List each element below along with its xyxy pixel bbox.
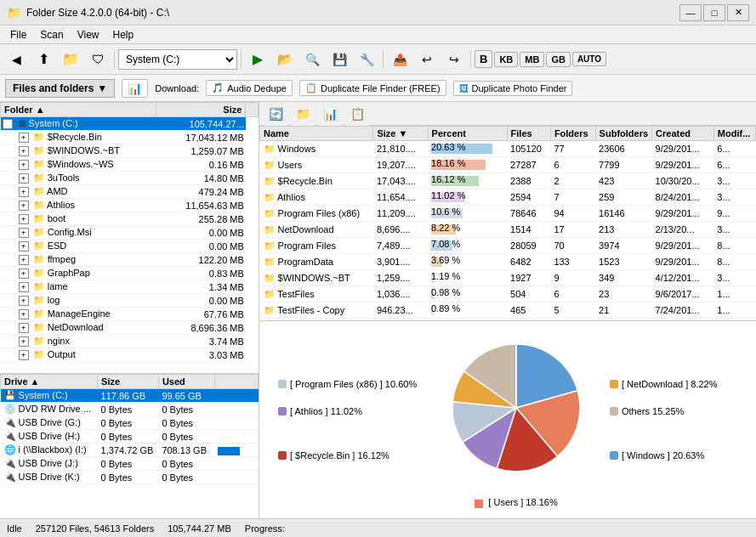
toolbar-folder[interactable]: 📁 bbox=[58, 48, 83, 71]
tree-item-row[interactable]: + 📁 boot 255.28 MB bbox=[1, 212, 259, 226]
toolbar-redo[interactable]: ↪ bbox=[441, 48, 467, 71]
tree-root-row[interactable]: - 🖥 System (C:) 105,744.27... bbox=[1, 117, 259, 131]
file-item-row[interactable]: 📁 NetDownload 8,696.... 8.22 % 1514 17 2… bbox=[260, 222, 756, 238]
duplicate-file-button[interactable]: 📋 Duplicate File Finder (FREE) bbox=[299, 80, 446, 96]
audio-dedupe-button[interactable]: 🎵 Audio Dedupe bbox=[206, 80, 293, 96]
close-button[interactable]: ✕ bbox=[727, 4, 749, 21]
col-files[interactable]: Files bbox=[507, 127, 550, 141]
nav-icon3[interactable]: 📊 bbox=[317, 102, 343, 126]
expand-btn[interactable]: + bbox=[19, 228, 29, 238]
tree-item-row[interactable]: + 📁 $WINDOWS.~BT 1,259.07 MB bbox=[1, 144, 259, 158]
expand-btn[interactable]: + bbox=[19, 214, 29, 224]
file-item-row[interactable]: 📁 ProgramData 3,901.... 3.69 % 6482 133 … bbox=[260, 254, 756, 270]
col-drive-used[interactable]: Used bbox=[158, 375, 214, 389]
tree-item-row[interactable]: + 📁 ESD 0.00 MB bbox=[1, 240, 259, 253]
toolbar-scan[interactable]: 🔍 bbox=[299, 48, 325, 71]
maximize-button[interactable]: □ bbox=[703, 4, 725, 21]
drive-list[interactable]: Drive ▲ Size Used 💾 System (C:) 117.86 G… bbox=[0, 374, 259, 518]
tree-item-row[interactable]: + 📁 ffmpeg 122.20 MB bbox=[1, 253, 259, 267]
expand-btn[interactable]: + bbox=[19, 187, 29, 197]
expand-btn[interactable]: + bbox=[19, 146, 29, 156]
toolbar-undo[interactable]: ↩ bbox=[414, 48, 440, 71]
col-modified[interactable]: Modif... bbox=[713, 127, 755, 141]
toolbar-disk[interactable]: 💾 bbox=[327, 48, 352, 71]
expand-btn[interactable]: + bbox=[19, 323, 29, 333]
col-created[interactable]: Created bbox=[652, 127, 714, 141]
col-size[interactable]: Size bbox=[156, 103, 246, 117]
expand-btn[interactable]: + bbox=[19, 282, 29, 292]
size-auto-button[interactable]: AUTO bbox=[572, 52, 606, 66]
size-gb-button[interactable]: GB bbox=[546, 52, 571, 67]
files-folders-button[interactable]: Files and folders ▼ bbox=[5, 79, 115, 98]
tree-item-row[interactable]: + 📁 lame 1.34 MB bbox=[1, 280, 259, 294]
tree-item-row[interactable]: + 📁 GraphPap 0.83 MB bbox=[1, 267, 259, 280]
file-item-row[interactable]: 📁 $WINDOWS.~BT 1,259.... 1.19 % 1927 9 3… bbox=[260, 270, 756, 286]
drive-item-row[interactable]: 💿 DVD RW Drive ... 0 Bytes 0 Bytes bbox=[1, 403, 259, 416]
tree-item-row[interactable]: + 📁 $Recycle.Bin 17,043.12 MB bbox=[1, 131, 259, 144]
file-item-row[interactable]: 📁 TestFiles - Copy 946.23... 0.89 % 465 … bbox=[260, 302, 756, 319]
expand-btn[interactable]: + bbox=[19, 350, 29, 360]
menu-view[interactable]: View bbox=[71, 27, 106, 42]
duplicate-photo-button[interactable]: 🖼 Duplicate Photo Finder bbox=[453, 81, 573, 96]
nav-icon1[interactable]: 🔄 bbox=[263, 102, 288, 126]
toolbar-shield[interactable]: 🛡 bbox=[85, 48, 111, 71]
tree-item-row[interactable]: + 📁 NetDownload 8,696.36 MB bbox=[1, 321, 259, 335]
file-item-row[interactable]: 📁 Program Files 7,489.... 7.08 % 28059 7… bbox=[260, 238, 756, 254]
menu-help[interactable]: Help bbox=[106, 27, 141, 42]
toolbar-up[interactable]: ⬆ bbox=[31, 48, 56, 71]
expand-btn[interactable]: + bbox=[19, 201, 29, 211]
expand-btn[interactable]: + bbox=[19, 173, 29, 184]
toolbar-play[interactable]: ▶ bbox=[245, 48, 270, 71]
file-item-row[interactable]: 📁 Users 19,207.... 18.16 % 27287 6 7799 … bbox=[260, 157, 756, 173]
col-subfolders[interactable]: Subfolders bbox=[595, 127, 651, 141]
size-mb-button[interactable]: MB bbox=[520, 52, 544, 67]
drive-item-row[interactable]: 🌐 i (\\Blackbox) (I:) 1,374.72 GB 708.13… bbox=[1, 444, 259, 457]
minimize-button[interactable]: — bbox=[679, 4, 702, 21]
file-item-row[interactable]: 📁 Athlios 11,654.... 11.02 % 2594 7 259 … bbox=[260, 189, 756, 206]
tree-item-row[interactable]: + 📁 $Windows.~WS 0.16 MB bbox=[1, 158, 259, 172]
col-folders[interactable]: Folders bbox=[550, 127, 595, 141]
tree-item-row[interactable]: + 📁 Output 3.03 MB bbox=[1, 348, 259, 362]
drive-item-row[interactable]: 🔌 USB Drive (K:) 0 Bytes 0 Bytes bbox=[1, 471, 259, 484]
drive-item-row[interactable]: 🔌 USB Drive (J:) 0 Bytes 0 Bytes bbox=[1, 457, 259, 471]
size-kb-button[interactable]: KB bbox=[494, 52, 518, 67]
col-drive[interactable]: Drive ▲ bbox=[1, 375, 98, 389]
menu-file[interactable]: File bbox=[3, 27, 33, 42]
folder-tree[interactable]: Folder ▲ Size - 🖥 System (C:) 105,744.27… bbox=[0, 102, 259, 374]
drive-item-row[interactable]: 💾 System (C:) 117.86 GB 99.65 GB bbox=[1, 389, 259, 403]
nav-icon4[interactable]: 📋 bbox=[344, 102, 370, 126]
expand-btn[interactable]: + bbox=[19, 336, 29, 347]
col-percent[interactable]: Percent bbox=[428, 127, 507, 141]
file-item-row[interactable]: 📁 Windows 21,810.... 20.63 % 105120 77 2… bbox=[260, 141, 756, 157]
file-item-row[interactable]: 📁 $Recycle.Bin 17,043.... 16.12 % 2388 2… bbox=[260, 173, 756, 189]
expand-btn[interactable]: + bbox=[19, 255, 29, 265]
nav-icon2[interactable]: 📁 bbox=[290, 102, 315, 126]
expand-btn[interactable]: + bbox=[19, 160, 29, 170]
tree-item-row[interactable]: + 📁 AMD 479.24 MB bbox=[1, 185, 259, 199]
col-name[interactable]: Name bbox=[260, 127, 373, 141]
file-list[interactable]: Name Size ▼ Percent Files Folders Subfol… bbox=[259, 126, 756, 321]
col-folder[interactable]: Folder ▲ bbox=[1, 103, 156, 117]
menu-scan[interactable]: Scan bbox=[33, 27, 70, 42]
toolbar2-icon1[interactable]: 📊 bbox=[122, 79, 148, 98]
expand-btn[interactable]: + bbox=[19, 241, 29, 252]
tree-item-row[interactable]: + 📁 log 0.00 MB bbox=[1, 294, 259, 308]
drive-item-row[interactable]: 🔌 USB Drive (G:) 0 Bytes 0 Bytes bbox=[1, 416, 259, 430]
expand-btn[interactable]: + bbox=[19, 268, 29, 279]
size-b-button[interactable]: B bbox=[475, 50, 492, 68]
toolbar-back[interactable]: ◀ bbox=[3, 48, 29, 71]
toolbar-filter[interactable]: 🔧 bbox=[354, 48, 379, 71]
toolbar-export[interactable]: 📤 bbox=[387, 48, 412, 71]
expand-btn[interactable]: + bbox=[19, 309, 29, 319]
tree-item-row[interactable]: + 📁 Athlios 11,654.63 MB bbox=[1, 199, 259, 212]
tree-item-row[interactable]: + 📁 3uTools 14.80 MB bbox=[1, 172, 259, 185]
tree-item-row[interactable]: + 📁 Config.Msi 0.00 MB bbox=[1, 226, 259, 240]
tree-item-row[interactable]: + 📁 ManageEngine 67.76 MB bbox=[1, 308, 259, 321]
col-file-size[interactable]: Size ▼ bbox=[373, 127, 428, 141]
toolbar-folder2[interactable]: 📂 bbox=[272, 48, 298, 71]
expand-btn[interactable]: + bbox=[19, 296, 29, 306]
file-item-row[interactable]: 📁 TestFiles 1,036.... 0.98 % 504 6 23 9/… bbox=[260, 286, 756, 302]
col-drive-size[interactable]: Size bbox=[98, 375, 159, 389]
file-item-row[interactable]: 📁 Program Files (x86) 11,209.... 10.6 % … bbox=[260, 206, 756, 222]
expand-btn[interactable]: + bbox=[19, 133, 29, 143]
